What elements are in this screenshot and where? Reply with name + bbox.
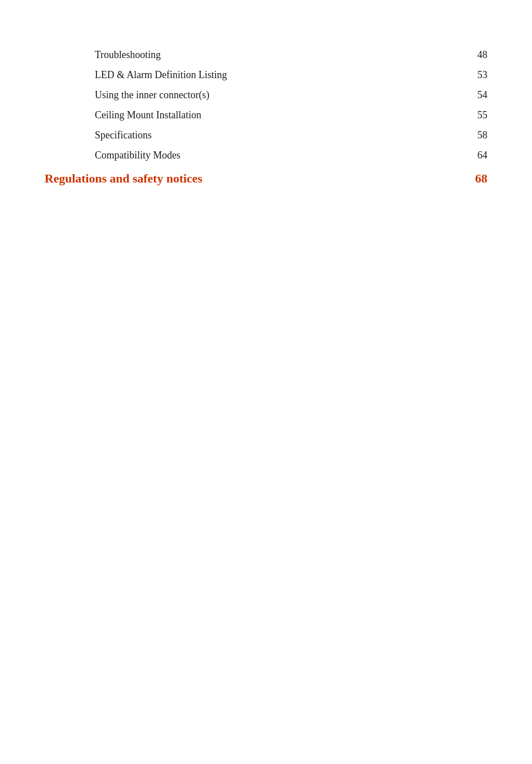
toc-page-inner-connector: 54 <box>465 89 487 101</box>
toc-page-compatibility: 64 <box>465 150 487 161</box>
toc-label-led-alarm: LED & Alarm Definition Listing <box>95 65 227 85</box>
toc-page-regulations: 68 <box>465 171 487 186</box>
toc-label-inner-connector: Using the inner connector(s) <box>95 85 209 105</box>
toc-page-led-alarm: 53 <box>465 69 487 81</box>
toc-page-specifications: 58 <box>465 129 487 141</box>
toc-label-troubleshooting: Troubleshooting <box>95 45 161 65</box>
toc-page-ceiling-mount: 55 <box>465 109 487 121</box>
toc-label-specifications: Specifications <box>95 125 152 145</box>
toc-entry-troubleshooting: Troubleshooting 48 <box>45 45 487 65</box>
toc-entry-ceiling-mount: Ceiling Mount Installation 55 <box>45 105 487 125</box>
toc-entry-specifications: Specifications 58 <box>45 125 487 145</box>
toc-entry-led-alarm: LED & Alarm Definition Listing 53 <box>45 65 487 85</box>
toc-page-troubleshooting: 48 <box>465 49 487 61</box>
toc-label-compatibility: Compatibility Modes <box>95 145 181 165</box>
toc-section: Troubleshooting 48 LED & Alarm Definitio… <box>45 45 487 192</box>
toc-entry-inner-connector: Using the inner connector(s) 54 <box>45 85 487 105</box>
toc-entry-compatibility: Compatibility Modes 64 <box>45 145 487 165</box>
toc-label-ceiling-mount: Ceiling Mount Installation <box>95 105 201 125</box>
page-container: Troubleshooting 48 LED & Alarm Definitio… <box>0 0 532 764</box>
toc-label-regulations: Regulations and safety notices <box>45 165 202 192</box>
toc-entry-regulations: Regulations and safety notices 68 <box>45 165 487 192</box>
